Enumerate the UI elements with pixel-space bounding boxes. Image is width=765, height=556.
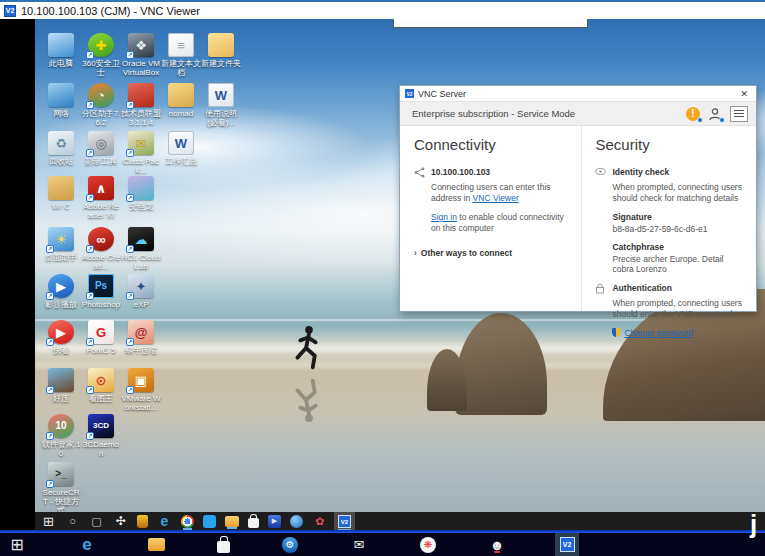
desktop-icon-new-text-doc[interactable]: ≡新建文本文档 xyxy=(161,33,201,77)
desktop-icon-video-player[interactable]: ▶↗影音播放 xyxy=(41,274,81,309)
desktop-icon-manager-10[interactable]: 10↗软件管家 10 xyxy=(41,414,81,458)
warning-status-icon[interactable]: ! xyxy=(686,107,700,121)
address-description: Connecting users can enter this address … xyxy=(431,182,571,204)
desktop-icon-virtualbox[interactable]: ❖↗Oracle VM VirtualBox xyxy=(121,33,161,77)
shortcut-arrow-badge: ↗ xyxy=(126,149,134,157)
close-icon[interactable]: ✕ xyxy=(737,89,751,99)
vnc-viewer-logo-icon: V2 xyxy=(4,5,16,17)
shortcut-arrow-badge: ↗ xyxy=(86,386,94,394)
globe-browser-icon[interactable] xyxy=(290,515,303,528)
desktop-icon-archive-tool[interactable]: ↗好压 xyxy=(41,368,81,403)
host-mail-icon[interactable]: ✉ xyxy=(350,536,368,554)
shortcut-arrow-badge: ↗ xyxy=(46,245,54,253)
desktop-icon-image-viewer[interactable]: ⊙↗看图王 xyxy=(81,368,121,403)
identity-check-description: When prompted, connecting users should c… xyxy=(612,182,746,204)
shortcut-arrow-badge: ↗ xyxy=(46,292,54,300)
shortcut-arrow-badge: ↗ xyxy=(126,245,134,253)
desktop-icon-burn-tool[interactable]: ◎↗刻录工具 xyxy=(81,131,121,166)
edge-icon[interactable]: e xyxy=(157,514,172,529)
burn-tool-icon: ◎↗ xyxy=(88,131,114,155)
exp-tool-icon: ✦↗ xyxy=(128,274,154,298)
host-edge-icon[interactable]: e xyxy=(78,536,96,554)
host-file-explorer-icon[interactable] xyxy=(148,538,165,551)
360-pinwheel-icon[interactable]: ✣ xyxy=(113,514,128,529)
mug-app-icon[interactable] xyxy=(137,515,148,528)
desktop-icon-exp-tool[interactable]: ✦↗eXP xyxy=(121,274,161,309)
desktop-icon-securecrt[interactable]: >_↗SecureCRT - 快捷方式 xyxy=(41,462,81,515)
media-app-icon[interactable]: ✿ xyxy=(312,514,327,529)
desktop-icon-label: 工作汇总 xyxy=(161,157,201,166)
host-qq-icon[interactable]: ☻ xyxy=(488,536,506,554)
host-vnc-viewer-icon[interactable]: V2 xyxy=(558,536,576,554)
authentication-title: Authentication xyxy=(612,283,672,293)
desktop-icon-label: 360安全卫士 xyxy=(81,59,121,77)
desktop-icon-nomad-folder[interactable]: nomad xyxy=(161,83,201,118)
snail-zip-icon: @↗ xyxy=(128,320,154,344)
desktop-icon-360-safety[interactable]: ✚↗360安全卫士 xyxy=(81,33,121,77)
identity-check-title: Identity check xyxy=(612,167,669,177)
connectivity-heading: Connectivity xyxy=(414,136,571,153)
desktop-icon-label: Adobe Reader XI xyxy=(81,202,121,220)
host-start-button[interactable]: ⊞ xyxy=(8,536,26,554)
nomad-folder-icon xyxy=(168,83,194,107)
3cdaemon-icon: 3CD↗ xyxy=(88,414,114,438)
vnc-viewer-link[interactable]: VNC Viewer xyxy=(473,193,519,203)
desktop-icon-adobe-reader[interactable]: ∧↗Adobe Reader XI xyxy=(81,176,121,220)
desktop-icon-class-pack[interactable]: ✉↗Class Pack... xyxy=(121,131,161,175)
host-store-icon[interactable] xyxy=(217,541,230,553)
cortana-button[interactable]: ○ xyxy=(65,514,80,529)
desktop-icon-g-app[interactable]: G↗FontG 5 xyxy=(81,320,121,355)
host-fan-app-icon[interactable]: ❋ xyxy=(420,537,436,553)
blue-app-icon[interactable] xyxy=(203,515,216,528)
task-view-button[interactable]: ▢ xyxy=(89,514,104,529)
chrome-icon[interactable] xyxy=(181,515,194,528)
desktop-icon-adobe-creative[interactable]: ∞↗Adobe Creati... xyxy=(81,227,121,271)
desktop-icon-label: 技术员联盟 3.1.1.4 xyxy=(121,109,161,127)
vnc-server-tray-icon[interactable]: V2 xyxy=(336,514,353,529)
desktop-icon-this-pc[interactable]: 此电脑 xyxy=(41,33,81,68)
signin-description: Sign in to enable cloud connectivity on … xyxy=(431,212,571,234)
shortcut-arrow-badge: ↗ xyxy=(86,101,94,109)
desktop-icon-desktop-helper[interactable]: ☀↗桌面助手 xyxy=(41,227,81,262)
network-icon xyxy=(48,83,74,107)
desktop-icon-label: Photoshop xyxy=(81,300,121,309)
desktop-icon-partition-assistant[interactable]: ◔↗分区助手7.6.2 xyxy=(81,83,121,127)
manager-10-icon: 10↗ xyxy=(48,414,74,438)
dialog-titlebar[interactable]: V2 VNC Server ✕ xyxy=(400,86,756,101)
desktop-icon-recycle-bin[interactable]: ♻回收站 xyxy=(41,131,81,166)
hamburger-menu-icon[interactable] xyxy=(730,106,748,122)
desktop-icon-photoshop[interactable]: Ps↗Photoshop xyxy=(81,274,121,309)
desktop-icon-hcl-cloud-lab[interactable]: ☁↗HCL Cloud Lab xyxy=(121,227,161,271)
vnc-viewer-toolbar-tab[interactable] xyxy=(393,19,588,28)
desktop-icon-red-folder-3114[interactable]: ↗技术员联盟 3.1.1.4 xyxy=(121,83,161,127)
desktop-icon-label: HCL Cloud Lab xyxy=(121,253,161,271)
users-status-icon[interactable] xyxy=(708,107,722,121)
desktop-icon-chameleon[interactable]: ↗变色龙 xyxy=(121,176,161,211)
sign-in-link[interactable]: Sign in xyxy=(431,212,457,222)
video-app-icon[interactable]: ▶ xyxy=(268,515,281,528)
other-ways-to-connect[interactable]: ›Other ways to connect xyxy=(414,248,571,258)
desktop-icon-label: VMware Workstati... xyxy=(121,394,161,412)
change-password-link[interactable]: Change password xyxy=(624,328,693,338)
desktop-icon-3cdaemon[interactable]: 3CD↗3CDaemon xyxy=(81,414,121,458)
shortcut-arrow-badge: ↗ xyxy=(126,338,134,346)
uac-shield-icon xyxy=(612,328,620,337)
host-gear-app-icon[interactable]: ⚙ xyxy=(282,537,298,553)
desktop-icon-kuaikan[interactable]: ▶↗快看 xyxy=(41,320,81,355)
archive-tool-icon: ↗ xyxy=(48,368,74,392)
start-button[interactable]: ⊞ xyxy=(41,514,56,529)
desktop-icon-vmware[interactable]: ▣↗VMware Workstati... xyxy=(121,368,161,412)
desktop-icon-word-summary[interactable]: W工作汇总 xyxy=(161,131,201,166)
desktop-icon-mrc-folder[interactable]: Mr C xyxy=(41,176,81,211)
desktop-icon-network[interactable]: 网络 xyxy=(41,83,81,118)
vnc-server-dialog: V2 VNC Server ✕ Enterprise subscription … xyxy=(399,85,757,312)
desktop-icon-snail-zip[interactable]: @↗蜗牛压缩 xyxy=(121,320,161,355)
red-folder-3114-icon: ↗ xyxy=(128,83,154,107)
securecrt-icon: >_↗ xyxy=(48,462,74,486)
window-title: 10.100.100.103 (CJM) - VNC Viewer xyxy=(21,5,200,17)
window-titlebar[interactable]: V2 10.100.100.103 (CJM) - VNC Viewer xyxy=(0,0,765,19)
store-icon[interactable] xyxy=(248,518,259,528)
desktop-icon-word-readme[interactable]: W使用说明(必看)... xyxy=(201,83,241,127)
file-explorer-icon[interactable] xyxy=(225,516,239,527)
desktop-icon-new-folder[interactable]: 新建文件夹 xyxy=(201,33,241,68)
